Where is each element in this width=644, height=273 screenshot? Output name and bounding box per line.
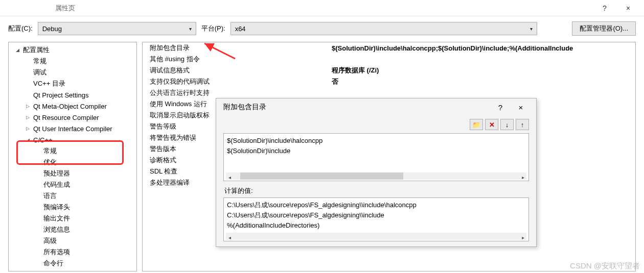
include-path-line[interactable]: $(SolutionDir)\include\halconcpp (227, 136, 525, 146)
property-value: 否 (332, 77, 635, 86)
tree-item[interactable]: 高级 (9, 235, 136, 246)
tree-item[interactable]: 常规 (9, 145, 136, 157)
config-tree[interactable]: ◢ 配置属性 常规调试VC++ 目录Qt Project Settings▷Qt… (8, 42, 137, 271)
property-name: 调试信息格式 (143, 66, 332, 75)
tree-item-label: Qt Project Settings (32, 91, 88, 99)
scroll-right-icon[interactable]: ▸ (519, 172, 526, 180)
dialog-help-button[interactable]: ? (490, 103, 511, 112)
tree-item-label: 命令行 (42, 259, 63, 268)
tree-item[interactable]: 语言 (9, 190, 136, 202)
collapse-icon: ◢ (16, 47, 22, 53)
property-row[interactable]: 附加包含目录$(SolutionDir)\include\halconcpp;$… (143, 42, 635, 54)
tree-item[interactable]: VC++ 目录 (9, 78, 136, 89)
tree-item[interactable]: 预处理器 (9, 168, 136, 179)
tree-item-label: 浏览信息 (42, 225, 70, 234)
tree-item[interactable]: 代码生成 (9, 179, 136, 190)
tree-item-label: 预处理器 (42, 169, 70, 178)
tree-item[interactable]: ◢C/C++ (9, 134, 136, 145)
platform-value: x64 (235, 25, 246, 33)
tree-item-label: 所有选项 (42, 247, 70, 257)
scroll-left-icon[interactable]: ◂ (226, 233, 233, 240)
new-folder-icon[interactable]: 📁 (470, 119, 483, 130)
tree-item[interactable]: 命令行 (9, 258, 136, 269)
property-row[interactable]: 调试信息格式程序数据库 (/Zi) (143, 65, 635, 76)
window-titlebar: 属性页 ? × (0, 0, 644, 16)
horizontal-scrollbar[interactable]: ◂ ▸ (226, 233, 526, 240)
window-close-button[interactable]: × (616, 0, 640, 16)
watermark: CSDN @安联守望者 (570, 261, 640, 271)
tree-item[interactable]: 所有选项 (9, 246, 136, 258)
tree-item-label: 语言 (42, 191, 57, 201)
computed-path-line: C:\Users\吕成\source\repos\FS_algdesigning… (227, 210, 525, 220)
horizontal-scrollbar[interactable]: ◂ ▸ (226, 172, 526, 180)
tree-root[interactable]: ◢ 配置属性 (9, 44, 136, 56)
tree-item-label: 常规 (42, 146, 57, 156)
tree-item[interactable]: ▷Qt User Interface Compiler (9, 123, 136, 134)
config-toolbar: 配置(C): Debug ▾ 平台(P): x64 ▾ 配置管理器(O)... (0, 16, 644, 42)
scroll-right-icon[interactable]: ▸ (519, 233, 526, 240)
property-name: 支持仅我的代码调试 (143, 77, 332, 86)
include-paths-editor[interactable]: $(SolutionDir)\include\halconcpp$(Soluti… (223, 133, 529, 181)
dialog-titlebar: 附加包含目录 ? × (216, 98, 536, 116)
property-row[interactable]: 支持仅我的代码调试否 (143, 76, 635, 87)
delete-icon[interactable]: ✕ (485, 119, 498, 130)
expand-icon: ▷ (26, 115, 32, 120)
tree-item[interactable]: 调试 (9, 67, 136, 78)
computed-values-box: C:\Users\吕成\source\repos\FS_algdesigning… (223, 197, 529, 241)
move-down-icon[interactable]: ↓ (500, 119, 514, 130)
platform-combobox[interactable]: x64 ▾ (231, 22, 537, 35)
property-row[interactable]: 其他 #using 指令 (143, 54, 635, 65)
tree-item[interactable]: 浏览信息 (9, 224, 136, 235)
tree-item-label: 调试 (32, 68, 47, 77)
additional-include-dialog: 附加包含目录 ? × 📁 ✕ ↓ ↑ $(SolutionDir)\includ… (216, 98, 537, 247)
tree-item-label: 常规 (32, 57, 47, 66)
tree-item[interactable]: 输出文件 (9, 213, 136, 224)
tree-item-label: 预编译头 (42, 203, 70, 212)
property-value: 程序数据库 (/Zi) (332, 66, 635, 75)
tree-item[interactable]: Qt Project Settings (9, 89, 136, 101)
property-row[interactable]: 公共语言运行时支持 (143, 87, 635, 98)
config-manager-button[interactable]: 配置管理器(O)... (572, 21, 636, 36)
expand-icon: ▷ (26, 104, 32, 109)
tree-item[interactable]: ▷Qt Resource Compiler (9, 112, 136, 123)
tree-item-label: VC++ 目录 (32, 79, 65, 88)
platform-label: 平台(P): (201, 24, 225, 33)
tree-item-label: Qt User Interface Compiler (32, 125, 112, 133)
tree-item-label: Qt Resource Compiler (32, 114, 99, 121)
expand-icon: ◢ (26, 137, 32, 142)
property-name: 其他 #using 指令 (143, 55, 332, 64)
tree-item-label: 优化 (42, 158, 57, 167)
window-help-button[interactable]: ? (593, 0, 616, 16)
property-name: 公共语言运行时支持 (143, 88, 332, 97)
tree-item[interactable]: 常规 (9, 56, 136, 67)
tree-item[interactable]: 预编译头 (9, 202, 136, 213)
dialog-toolbar: 📁 ✕ ↓ ↑ (223, 119, 529, 130)
tree-item-label: 代码生成 (42, 180, 70, 189)
config-value: Debug (42, 25, 62, 33)
expand-icon: ▷ (26, 126, 32, 131)
config-label: 配置(C): (8, 24, 33, 33)
property-value: $(SolutionDir)\include\halconcpp;$(Solut… (332, 44, 635, 52)
config-combobox[interactable]: Debug ▾ (38, 22, 196, 35)
move-up-icon[interactable]: ↑ (516, 119, 529, 130)
dialog-close-button[interactable]: × (511, 103, 531, 112)
property-name: 附加包含目录 (143, 43, 332, 53)
tree-item[interactable]: 优化 (9, 157, 136, 168)
tree-item-label: 高级 (42, 236, 57, 245)
tree-item-label: C/C++ (32, 136, 53, 144)
chevron-down-icon: ▾ (189, 26, 192, 32)
tree-item-label: 输出文件 (42, 214, 70, 223)
computed-path-line: C:\Users\吕成\source\repos\FS_algdesigning… (227, 200, 525, 210)
tree-item-label: Qt Meta-Object Compiler (32, 103, 107, 110)
computed-path-line: %(AdditionalIncludeDirectories) (227, 220, 525, 231)
include-path-line[interactable]: $(SolutionDir)\include (227, 146, 525, 156)
computed-values-label: 计算的值: (224, 186, 529, 195)
window-title: 属性页 (55, 4, 593, 13)
scroll-left-icon[interactable]: ◂ (226, 172, 233, 180)
dialog-title: 附加包含目录 (223, 103, 490, 112)
tree-item[interactable]: ▷Qt Meta-Object Compiler (9, 101, 136, 112)
chevron-down-icon: ▾ (530, 26, 533, 32)
